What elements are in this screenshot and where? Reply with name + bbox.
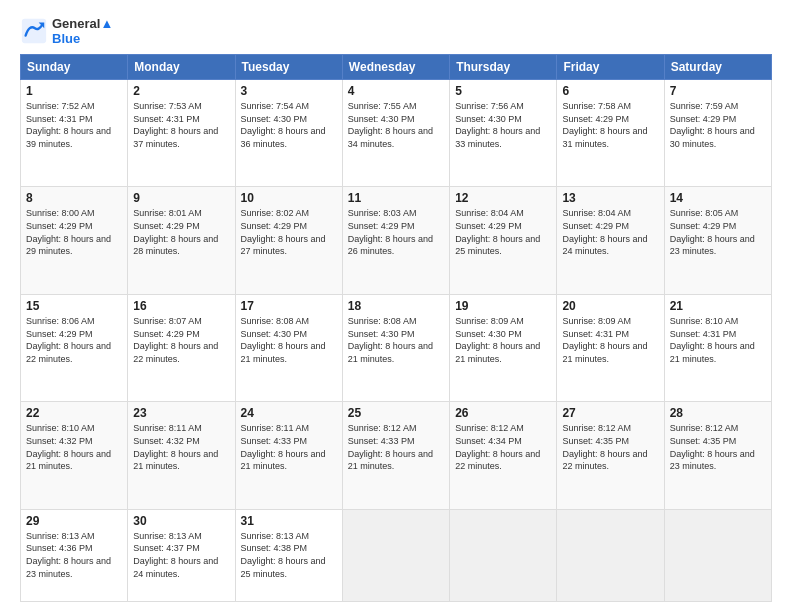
- page: General▲ Blue SundayMondayTuesdayWednesd…: [0, 0, 792, 612]
- calendar-cell: [557, 509, 664, 601]
- calendar-table: SundayMondayTuesdayWednesdayThursdayFrid…: [20, 54, 772, 602]
- cell-info: Sunrise: 8:07 AMSunset: 4:29 PMDaylight:…: [133, 315, 229, 365]
- cell-info: Sunrise: 8:13 AMSunset: 4:36 PMDaylight:…: [26, 530, 122, 580]
- day-number: 7: [670, 84, 766, 98]
- day-number: 8: [26, 191, 122, 205]
- calendar-cell: 12 Sunrise: 8:04 AMSunset: 4:29 PMDaylig…: [450, 187, 557, 294]
- cell-info: Sunrise: 8:12 AMSunset: 4:35 PMDaylight:…: [562, 422, 658, 472]
- cell-info: Sunrise: 8:11 AMSunset: 4:33 PMDaylight:…: [241, 422, 337, 472]
- calendar-cell: [450, 509, 557, 601]
- day-number: 2: [133, 84, 229, 98]
- day-number: 13: [562, 191, 658, 205]
- calendar-cell: 10 Sunrise: 8:02 AMSunset: 4:29 PMDaylig…: [235, 187, 342, 294]
- calendar-cell: [342, 509, 449, 601]
- day-number: 1: [26, 84, 122, 98]
- week-row-4: 22 Sunrise: 8:10 AMSunset: 4:32 PMDaylig…: [21, 402, 772, 509]
- cell-info: Sunrise: 8:11 AMSunset: 4:32 PMDaylight:…: [133, 422, 229, 472]
- calendar-cell: 3 Sunrise: 7:54 AMSunset: 4:30 PMDayligh…: [235, 80, 342, 187]
- calendar-header-row: SundayMondayTuesdayWednesdayThursdayFrid…: [21, 55, 772, 80]
- day-header-tuesday: Tuesday: [235, 55, 342, 80]
- calendar-cell: 18 Sunrise: 8:08 AMSunset: 4:30 PMDaylig…: [342, 294, 449, 401]
- day-number: 15: [26, 299, 122, 313]
- day-header-wednesday: Wednesday: [342, 55, 449, 80]
- cell-info: Sunrise: 7:53 AMSunset: 4:31 PMDaylight:…: [133, 100, 229, 150]
- day-header-sunday: Sunday: [21, 55, 128, 80]
- cell-info: Sunrise: 8:12 AMSunset: 4:34 PMDaylight:…: [455, 422, 551, 472]
- day-number: 19: [455, 299, 551, 313]
- calendar-cell: 17 Sunrise: 8:08 AMSunset: 4:30 PMDaylig…: [235, 294, 342, 401]
- calendar-cell: 19 Sunrise: 8:09 AMSunset: 4:30 PMDaylig…: [450, 294, 557, 401]
- cell-info: Sunrise: 8:00 AMSunset: 4:29 PMDaylight:…: [26, 207, 122, 257]
- cell-info: Sunrise: 8:08 AMSunset: 4:30 PMDaylight:…: [348, 315, 444, 365]
- day-number: 10: [241, 191, 337, 205]
- calendar-cell: 15 Sunrise: 8:06 AMSunset: 4:29 PMDaylig…: [21, 294, 128, 401]
- day-number: 25: [348, 406, 444, 420]
- calendar-cell: 8 Sunrise: 8:00 AMSunset: 4:29 PMDayligh…: [21, 187, 128, 294]
- calendar-cell: 25 Sunrise: 8:12 AMSunset: 4:33 PMDaylig…: [342, 402, 449, 509]
- week-row-1: 1 Sunrise: 7:52 AMSunset: 4:31 PMDayligh…: [21, 80, 772, 187]
- day-number: 23: [133, 406, 229, 420]
- day-number: 26: [455, 406, 551, 420]
- day-number: 30: [133, 514, 229, 528]
- calendar-cell: 14 Sunrise: 8:05 AMSunset: 4:29 PMDaylig…: [664, 187, 771, 294]
- calendar-body: 1 Sunrise: 7:52 AMSunset: 4:31 PMDayligh…: [21, 80, 772, 602]
- calendar-cell: 24 Sunrise: 8:11 AMSunset: 4:33 PMDaylig…: [235, 402, 342, 509]
- calendar-cell: [664, 509, 771, 601]
- day-number: 24: [241, 406, 337, 420]
- cell-info: Sunrise: 7:52 AMSunset: 4:31 PMDaylight:…: [26, 100, 122, 150]
- day-number: 17: [241, 299, 337, 313]
- cell-info: Sunrise: 8:09 AMSunset: 4:31 PMDaylight:…: [562, 315, 658, 365]
- day-number: 6: [562, 84, 658, 98]
- calendar-cell: 28 Sunrise: 8:12 AMSunset: 4:35 PMDaylig…: [664, 402, 771, 509]
- day-number: 29: [26, 514, 122, 528]
- cell-info: Sunrise: 8:13 AMSunset: 4:37 PMDaylight:…: [133, 530, 229, 580]
- calendar-cell: 2 Sunrise: 7:53 AMSunset: 4:31 PMDayligh…: [128, 80, 235, 187]
- day-header-saturday: Saturday: [664, 55, 771, 80]
- day-header-friday: Friday: [557, 55, 664, 80]
- calendar-cell: 26 Sunrise: 8:12 AMSunset: 4:34 PMDaylig…: [450, 402, 557, 509]
- cell-info: Sunrise: 8:10 AMSunset: 4:31 PMDaylight:…: [670, 315, 766, 365]
- cell-info: Sunrise: 8:04 AMSunset: 4:29 PMDaylight:…: [562, 207, 658, 257]
- day-number: 18: [348, 299, 444, 313]
- day-number: 22: [26, 406, 122, 420]
- cell-info: Sunrise: 8:06 AMSunset: 4:29 PMDaylight:…: [26, 315, 122, 365]
- cell-info: Sunrise: 8:05 AMSunset: 4:29 PMDaylight:…: [670, 207, 766, 257]
- cell-info: Sunrise: 7:58 AMSunset: 4:29 PMDaylight:…: [562, 100, 658, 150]
- calendar-cell: 13 Sunrise: 8:04 AMSunset: 4:29 PMDaylig…: [557, 187, 664, 294]
- day-header-monday: Monday: [128, 55, 235, 80]
- day-number: 12: [455, 191, 551, 205]
- cell-info: Sunrise: 7:54 AMSunset: 4:30 PMDaylight:…: [241, 100, 337, 150]
- calendar-cell: 16 Sunrise: 8:07 AMSunset: 4:29 PMDaylig…: [128, 294, 235, 401]
- day-number: 5: [455, 84, 551, 98]
- calendar-cell: 9 Sunrise: 8:01 AMSunset: 4:29 PMDayligh…: [128, 187, 235, 294]
- svg-rect-0: [22, 19, 46, 43]
- calendar-cell: 7 Sunrise: 7:59 AMSunset: 4:29 PMDayligh…: [664, 80, 771, 187]
- cell-info: Sunrise: 8:01 AMSunset: 4:29 PMDaylight:…: [133, 207, 229, 257]
- day-number: 21: [670, 299, 766, 313]
- day-number: 14: [670, 191, 766, 205]
- cell-info: Sunrise: 7:59 AMSunset: 4:29 PMDaylight:…: [670, 100, 766, 150]
- cell-info: Sunrise: 8:10 AMSunset: 4:32 PMDaylight:…: [26, 422, 122, 472]
- calendar-cell: 20 Sunrise: 8:09 AMSunset: 4:31 PMDaylig…: [557, 294, 664, 401]
- cell-info: Sunrise: 8:03 AMSunset: 4:29 PMDaylight:…: [348, 207, 444, 257]
- logo-text: General▲ Blue: [52, 16, 113, 46]
- cell-info: Sunrise: 8:08 AMSunset: 4:30 PMDaylight:…: [241, 315, 337, 365]
- day-number: 16: [133, 299, 229, 313]
- day-number: 9: [133, 191, 229, 205]
- cell-info: Sunrise: 8:13 AMSunset: 4:38 PMDaylight:…: [241, 530, 337, 580]
- cell-info: Sunrise: 8:04 AMSunset: 4:29 PMDaylight:…: [455, 207, 551, 257]
- calendar-cell: 5 Sunrise: 7:56 AMSunset: 4:30 PMDayligh…: [450, 80, 557, 187]
- logo-icon: [20, 17, 48, 45]
- calendar-cell: 29 Sunrise: 8:13 AMSunset: 4:36 PMDaylig…: [21, 509, 128, 601]
- cell-info: Sunrise: 8:09 AMSunset: 4:30 PMDaylight:…: [455, 315, 551, 365]
- calendar-cell: 31 Sunrise: 8:13 AMSunset: 4:38 PMDaylig…: [235, 509, 342, 601]
- cell-info: Sunrise: 8:02 AMSunset: 4:29 PMDaylight:…: [241, 207, 337, 257]
- day-header-thursday: Thursday: [450, 55, 557, 80]
- calendar-cell: 11 Sunrise: 8:03 AMSunset: 4:29 PMDaylig…: [342, 187, 449, 294]
- calendar-cell: 1 Sunrise: 7:52 AMSunset: 4:31 PMDayligh…: [21, 80, 128, 187]
- day-number: 11: [348, 191, 444, 205]
- day-number: 3: [241, 84, 337, 98]
- day-number: 31: [241, 514, 337, 528]
- day-number: 20: [562, 299, 658, 313]
- logo: General▲ Blue: [20, 16, 113, 46]
